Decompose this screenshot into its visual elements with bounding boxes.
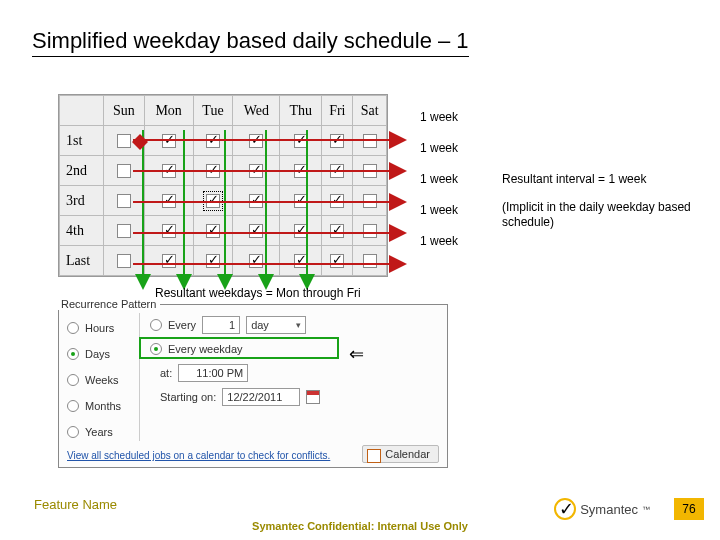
recurrence-unit-radios: HoursDaysWeeksMonthsYears [67, 315, 121, 445]
row-header: 3rd [60, 186, 104, 216]
unit-radio-days[interactable] [67, 348, 79, 360]
confidential-footer: Symantec Confidential: Internal Use Only [0, 520, 720, 532]
unit-radio-label: Weeks [85, 374, 118, 386]
day-checkbox[interactable] [206, 134, 220, 148]
day-checkbox[interactable] [363, 224, 377, 238]
day-checkbox[interactable] [162, 254, 176, 268]
day-header: Thu [280, 96, 322, 126]
starting-label: Starting on: [160, 391, 216, 403]
day-checkbox[interactable] [117, 194, 131, 208]
week-label: 1 week [420, 110, 490, 141]
row-header: 2nd [60, 156, 104, 186]
view-schedule-link[interactable]: View all scheduled jobs on a calendar to… [67, 450, 330, 461]
day-checkbox[interactable] [294, 164, 308, 178]
day-checkbox[interactable] [363, 164, 377, 178]
day-checkbox[interactable] [249, 254, 263, 268]
day-checkbox[interactable] [117, 224, 131, 238]
day-checkbox[interactable] [294, 224, 308, 238]
day-header: Fri [322, 96, 353, 126]
symantec-logo: Symantec™ [554, 498, 650, 520]
day-checkbox[interactable] [294, 134, 308, 148]
unit-radio-years[interactable] [67, 426, 79, 438]
day-checkbox[interactable] [117, 164, 131, 178]
day-checkbox[interactable] [330, 164, 344, 178]
day-checkbox[interactable] [294, 254, 308, 268]
day-checkbox[interactable] [330, 134, 344, 148]
week-label: 1 week [420, 172, 490, 203]
slide-title: Simplified weekday based daily schedule … [32, 28, 469, 57]
week-label: 1 week [420, 234, 490, 265]
day-checkbox[interactable] [206, 224, 220, 238]
at-time-input[interactable]: 11:00 PM [178, 364, 248, 382]
day-checkbox[interactable] [117, 134, 131, 148]
day-checkbox[interactable] [206, 164, 220, 178]
day-checkbox[interactable] [117, 254, 131, 268]
row-header: Last [60, 246, 104, 276]
every-unit-select[interactable]: day [246, 316, 306, 334]
explain-line2: (Implicit in the daily weekday based sch… [502, 200, 702, 229]
every-n-input[interactable]: 1 [202, 316, 240, 334]
recurrence-body: Every 1 day Every weekday at: 11:00 PM S… [139, 313, 439, 441]
day-checkbox[interactable] [249, 194, 263, 208]
day-header: Tue [193, 96, 233, 126]
week-grid-table: SunMonTueWedThuFriSat 1st2nd3rd4thLast [59, 95, 387, 276]
every-label: Every [168, 319, 196, 331]
unit-radio-label: Hours [85, 322, 114, 334]
calendar-button[interactable]: Calendar [362, 445, 439, 463]
at-label: at: [160, 367, 172, 379]
unit-radio-hours[interactable] [67, 322, 79, 334]
week-interval-labels: 1 week 1 week 1 week 1 week 1 week [420, 110, 490, 265]
calendar-icon[interactable] [306, 390, 320, 404]
day-checkbox[interactable] [249, 134, 263, 148]
day-checkbox[interactable] [363, 254, 377, 268]
day-checkbox[interactable] [249, 224, 263, 238]
feature-name-label: Feature Name [34, 497, 117, 512]
day-header: Mon [144, 96, 193, 126]
logo-check-icon [554, 498, 576, 520]
explain-line1: Resultant interval = 1 week [502, 172, 702, 186]
week-grid-panel: SunMonTueWedThuFriSat 1st2nd3rd4thLast [58, 94, 388, 277]
logo-text: Symantec [580, 502, 638, 517]
day-header: Sun [104, 96, 145, 126]
recurrence-pattern-panel: Recurrence Pattern HoursDaysWeeksMonthsY… [58, 304, 448, 468]
day-checkbox[interactable] [162, 164, 176, 178]
day-checkbox[interactable] [249, 164, 263, 178]
unit-radio-label: Days [85, 348, 110, 360]
starting-date-input[interactable]: 12/22/2011 [222, 388, 300, 406]
unit-radio-label: Months [85, 400, 121, 412]
row-header: 1st [60, 126, 104, 156]
unit-radio-weeks[interactable] [67, 374, 79, 386]
recurrence-header: Recurrence Pattern [57, 298, 160, 310]
day-checkbox[interactable] [162, 194, 176, 208]
day-checkbox[interactable] [330, 194, 344, 208]
week-label: 1 week [420, 141, 490, 172]
day-checkbox[interactable] [206, 254, 220, 268]
day-checkbox[interactable] [162, 134, 176, 148]
day-header: Wed [233, 96, 280, 126]
day-checkbox[interactable] [162, 224, 176, 238]
page-number: 76 [674, 498, 704, 520]
day-checkbox[interactable] [363, 134, 377, 148]
day-checkbox[interactable] [330, 254, 344, 268]
week-label: 1 week [420, 203, 490, 234]
unit-radio-label: Years [85, 426, 113, 438]
day-checkbox[interactable] [206, 194, 220, 208]
every-weekday-label: Every weekday [168, 343, 243, 355]
unit-radio-months[interactable] [67, 400, 79, 412]
resultant-weekdays-caption: Resultant weekdays = Mon through Fri [155, 286, 361, 300]
row-header: 4th [60, 216, 104, 246]
every-weekday-radio[interactable] [150, 343, 162, 355]
day-checkbox[interactable] [330, 224, 344, 238]
day-checkbox[interactable] [294, 194, 308, 208]
day-checkbox[interactable] [363, 194, 377, 208]
every-n-radio[interactable] [150, 319, 162, 331]
day-header: Sat [353, 96, 387, 126]
interval-explanation: Resultant interval = 1 week (Implicit in… [502, 172, 702, 229]
